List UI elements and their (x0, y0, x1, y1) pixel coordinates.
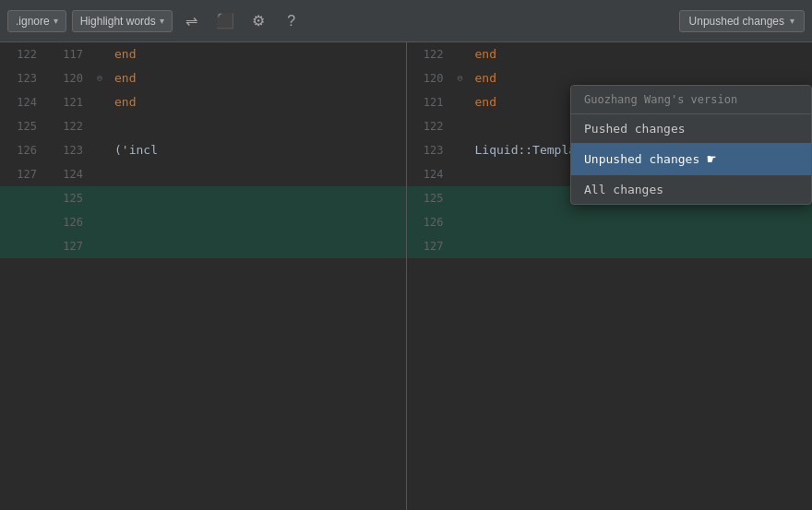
line-num: 122 (407, 42, 453, 66)
line-num: 127 (407, 234, 453, 258)
diff-row: 126 123 ('incl (0, 138, 406, 162)
diff-row-modified: 126 (0, 210, 406, 234)
line-num: 122 (0, 42, 46, 66)
diff-row: 124 121 end (0, 90, 406, 114)
diff-container: 122 117 end 123 120 ⊖ end 124 121 end 12… (0, 42, 812, 510)
ignore-label: .ignore (16, 15, 50, 28)
line-num: 127 (0, 162, 46, 186)
line-num: 123 (407, 138, 453, 162)
diff-row: 127 124 (0, 162, 406, 186)
line-num: 124 (407, 162, 453, 186)
code-content: end (468, 90, 496, 114)
orig-num: 120 (46, 66, 92, 90)
changes-dropdown-btn[interactable]: Unpushed changes ▾ (679, 10, 805, 32)
orig-num: 126 (46, 210, 92, 234)
orig-num: 124 (46, 162, 92, 186)
code-content (107, 186, 114, 210)
diff-row: 122 end (407, 42, 813, 66)
fold-indicator[interactable]: ⊖ (453, 66, 468, 90)
line-num: 124 (0, 90, 46, 114)
fold-indicator[interactable]: ⊖ (92, 66, 107, 90)
fold-btn (92, 90, 107, 114)
code-content: end (107, 42, 136, 66)
diff-row: 123 120 ⊖ end (0, 66, 406, 90)
code-content: end (107, 66, 136, 90)
ignore-btn[interactable]: .ignore ▾ (7, 10, 66, 32)
changes-dropdown-menu: Guozhang Wang's version Pushed changes U… (570, 85, 812, 205)
gear-icon: ⚙ (252, 12, 265, 30)
fold-btn (453, 42, 468, 66)
fold-btn (92, 186, 107, 210)
fold-btn (453, 210, 468, 234)
gear-icon-btn[interactable]: ⚙ (245, 7, 272, 35)
code-content (107, 114, 114, 138)
code-content: end (468, 42, 496, 66)
compare-icon: ⇌ (185, 12, 197, 30)
help-icon: ? (287, 13, 295, 30)
fold-btn (453, 138, 468, 162)
changes-chevron: ▾ (790, 16, 794, 26)
line-num: 125 (0, 114, 46, 138)
line-num: 120 (407, 66, 453, 90)
ignore-chevron: ▾ (54, 16, 58, 26)
fold-btn (453, 162, 468, 186)
align-icon: ⬛ (216, 12, 234, 30)
code-content (107, 210, 114, 234)
orig-num: 122 (46, 114, 92, 138)
fold-btn (92, 42, 107, 66)
fold-btn (453, 114, 468, 138)
fold-btn (453, 90, 468, 114)
highlight-words-btn[interactable]: Highlight words ▾ (72, 10, 173, 32)
orig-num: 127 (46, 234, 92, 258)
fold-btn (92, 210, 107, 234)
changes-label: Unpushed changes (689, 15, 784, 28)
fold-btn (92, 138, 107, 162)
dropdown-item-unpushed[interactable]: Unpushed changes ☛ (571, 143, 811, 175)
help-icon-btn[interactable]: ? (278, 7, 305, 35)
fold-btn (92, 162, 107, 186)
fold-btn (92, 114, 107, 138)
compare-icon-btn[interactable]: ⇌ (178, 7, 206, 35)
line-num: 123 (0, 66, 46, 90)
code-content (107, 234, 114, 258)
cursor-icon: ☛ (707, 150, 716, 168)
toolbar: .ignore ▾ Highlight words ▾ ⇌ ⬛ ⚙ ? Unpu… (0, 0, 812, 42)
line-num (0, 210, 46, 234)
orig-num: 121 (46, 90, 92, 114)
code-content: end (107, 90, 136, 114)
code-content (468, 114, 475, 138)
fold-btn (92, 234, 107, 258)
dropdown-item-label: Unpushed changes (584, 152, 699, 166)
line-num (0, 234, 46, 258)
highlight-chevron: ▾ (160, 16, 164, 26)
line-num: 126 (407, 210, 453, 234)
fold-btn (453, 234, 468, 258)
diff-row-modified: 127 (0, 234, 406, 258)
dropdown-item-pushed[interactable]: Pushed changes (571, 114, 811, 143)
code-content: end (468, 66, 496, 90)
line-num: 126 (0, 138, 46, 162)
diff-row-modified: 126 (407, 210, 813, 234)
dropdown-item-label: Pushed changes (584, 122, 686, 136)
orig-num: 123 (46, 138, 92, 162)
version-label: Guozhang Wang's version (571, 86, 811, 114)
diff-row: 125 122 (0, 114, 406, 138)
diff-row-modified: 127 def initialize(tag_ (407, 234, 813, 258)
diff-row: 122 117 end (0, 42, 406, 66)
line-num: 125 (407, 186, 453, 210)
code-content (468, 210, 475, 234)
align-icon-btn[interactable]: ⬛ (211, 7, 239, 35)
orig-num: 117 (46, 42, 92, 66)
fold-btn (453, 186, 468, 210)
code-content: def initialize(tag_ (468, 234, 670, 258)
line-num (0, 186, 46, 210)
left-panel: 122 117 end 123 120 ⊖ end 124 121 end 12… (0, 42, 406, 510)
orig-num: 125 (46, 186, 92, 210)
dropdown-item-label: All changes (584, 183, 663, 196)
highlight-words-label: Highlight words (80, 15, 156, 28)
dropdown-item-all[interactable]: All changes (571, 175, 811, 204)
code-content (107, 162, 114, 186)
code-content (468, 162, 475, 186)
line-num: 121 (407, 90, 453, 114)
code-content: ('incl (107, 138, 158, 162)
